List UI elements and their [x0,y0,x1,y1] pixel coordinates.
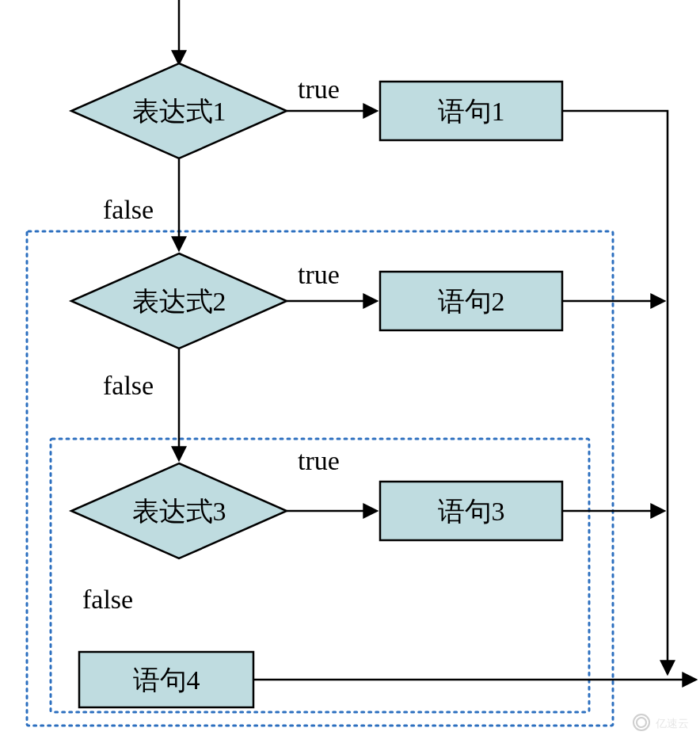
watermark-text: 亿速云 [655,718,689,730]
process-stmt3: 语句3 [380,482,562,540]
decision-expr3-label: 表达式3 [132,497,226,526]
edge-expr2-true-label: true [298,260,340,289]
process-stmt2: 语句2 [380,272,562,330]
edge-stmt1-out [562,111,668,673]
edge-expr1-true-label: true [298,74,340,104]
decision-expr2-label: 表达式2 [132,287,226,316]
process-stmt3-label: 语句3 [438,497,505,526]
edge-expr3-false-label: false [82,585,133,614]
decision-expr3: 表达式3 [71,463,287,558]
edge-expr2-false-label: false [103,371,154,400]
watermark: 亿速云 [633,714,689,730]
process-stmt2-label: 语句2 [438,287,505,316]
decision-expr2: 表达式2 [71,253,287,349]
edge-expr1-false-label: false [103,195,154,224]
process-stmt4-label: 语句4 [133,665,200,695]
process-stmt4: 语句4 [79,652,253,707]
decision-expr1-label: 表达式1 [132,97,226,126]
process-stmt1: 语句1 [380,82,562,140]
decision-expr1: 表达式1 [71,63,287,158]
edge-expr3-true-label: true [298,446,340,475]
flowchart-diagram: 表达式1 true 语句1 false 表达式2 true 语句2 false … [0,0,700,743]
process-stmt1-label: 语句1 [438,97,505,126]
